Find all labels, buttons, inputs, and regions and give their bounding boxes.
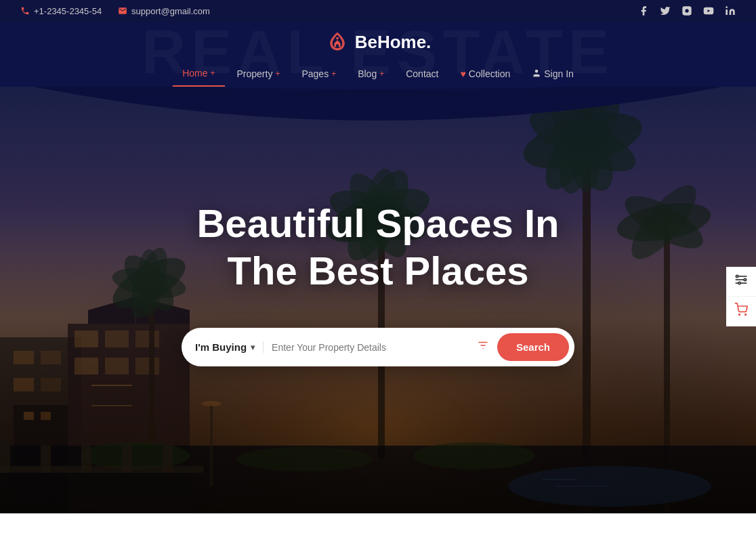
hero-section: Beautiful Spaces In The Best Places I'm … [0, 80, 756, 513]
social-icons [638, 5, 736, 16]
facebook-link[interactable] [638, 5, 649, 16]
user-icon [532, 68, 541, 80]
svg-rect-3 [726, 9, 728, 15]
nav-contact[interactable]: Contact [396, 62, 448, 86]
logo-icon [325, 30, 350, 54]
buying-dropdown[interactable]: I'm Buying ▾ [195, 341, 264, 353]
svg-point-72 [744, 278, 746, 280]
side-icons [726, 267, 756, 326]
email-icon [118, 6, 127, 16]
svg-point-5 [336, 37, 339, 40]
nav-blog[interactable]: Blog + [348, 62, 394, 86]
search-bar: I'm Buying ▾ Search [182, 328, 574, 366]
top-bar: +1-2345-2345-54 support@gmail.com [0, 0, 756, 22]
svg-point-4 [726, 6, 728, 8]
linkedin-link[interactable] [725, 5, 736, 16]
sliders-icon [734, 273, 748, 290]
hero-title: Beautiful Spaces In The Best Places [196, 200, 559, 294]
property-search-input[interactable] [272, 342, 469, 353]
phone-icon [20, 6, 30, 16]
nav-collection[interactable]: ♥ Collection [450, 62, 520, 86]
filter-icon[interactable] [469, 339, 497, 355]
svg-point-78 [739, 314, 740, 316]
instagram-link[interactable] [681, 5, 692, 16]
dropdown-arrow-icon: ▾ [251, 343, 255, 352]
side-cart-button[interactable] [726, 297, 756, 326]
main-nav: Home + Property + Pages + Blog + Contact… [173, 61, 583, 87]
twitter-link[interactable] [660, 5, 671, 16]
heart-icon: ♥ [460, 68, 465, 79]
email-info: support@gmail.com [118, 6, 210, 16]
cart-icon [734, 303, 748, 320]
nav-property[interactable]: Property + [228, 62, 290, 86]
top-bar-left: +1-2345-2345-54 support@gmail.com [20, 6, 210, 16]
youtube-link[interactable] [703, 5, 714, 16]
phone-info: +1-2345-2345-54 [20, 6, 102, 16]
hero-content: Beautiful Spaces In The Best Places I'm … [0, 80, 756, 513]
nav-signin[interactable]: Sign In [522, 62, 583, 87]
svg-point-79 [745, 314, 747, 316]
logo[interactable]: BeHome. [325, 30, 432, 54]
logo-text: BeHome. [355, 32, 432, 53]
header: REAL ESTATE BeHome. Home + Property + Pa [0, 22, 756, 87]
nav-pages[interactable]: Pages + [292, 62, 345, 86]
nav-home[interactable]: Home + [173, 61, 224, 87]
svg-point-75 [738, 282, 740, 284]
side-filter-button[interactable] [726, 267, 756, 297]
search-button[interactable]: Search [497, 333, 569, 361]
svg-point-6 [535, 69, 539, 72]
svg-point-69 [736, 275, 738, 277]
